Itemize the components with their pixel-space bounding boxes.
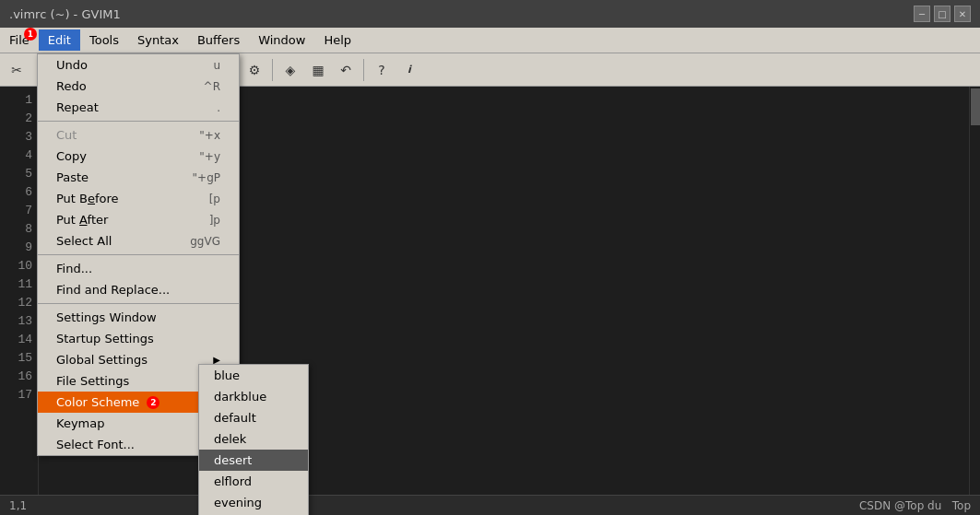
menu-tools[interactable]: Tools [80, 29, 128, 51]
menu-help[interactable]: Help [314, 29, 360, 51]
cut-button[interactable]: ✂ [4, 57, 30, 83]
menu-file[interactable]: File 1 [0, 29, 39, 51]
cs-darkblue[interactable]: darkblue [199, 386, 308, 407]
statusbar: 1,1 CSDN @Top du Top [0, 495, 980, 515]
menu-item-startup-settings[interactable]: Startup Settings [38, 328, 239, 349]
scrollbar-thumb[interactable] [971, 88, 980, 125]
menu-item-put-before[interactable]: Put Before [p [38, 188, 239, 209]
color-scheme-submenu: blue darkblue default delek desert elflo… [198, 364, 309, 515]
menubar: File 1 Edit Tools Syntax Buffers Window … [0, 28, 980, 53]
menu-item-paste[interactable]: Paste "+gP [38, 167, 239, 188]
menu-buffers[interactable]: Buffers [188, 29, 249, 51]
menu-item-find-replace[interactable]: Find and Replace... [38, 279, 239, 300]
help-toolbar-button[interactable]: ? [369, 57, 395, 83]
menu-item-cut[interactable]: Cut "+x [38, 124, 239, 146]
scrollbar[interactable] [969, 87, 980, 515]
menu-sep-1 [38, 121, 239, 122]
cs-delek[interactable]: delek [199, 428, 308, 450]
menu-item-settings-window[interactable]: Settings Window [38, 307, 239, 328]
undo-toolbar-button[interactable]: ↶ [333, 57, 359, 83]
menu-item-copy[interactable]: Copy "+y [38, 146, 239, 167]
menu-sep-3 [38, 303, 239, 304]
cs-blue[interactable]: blue [199, 365, 308, 386]
menu-item-put-after[interactable]: Put After ]p [38, 209, 239, 230]
cs-elflord[interactable]: elflord [199, 471, 308, 492]
menu-sep-2 [38, 254, 239, 255]
info-toolbar-button[interactable]: i [396, 57, 422, 83]
menu-syntax[interactable]: Syntax [128, 29, 188, 51]
menu-window[interactable]: Window [249, 29, 314, 51]
run-button[interactable]: ⚙ [242, 57, 267, 83]
color-button[interactable]: ◈ [277, 57, 303, 83]
menu-item-undo[interactable]: Undo u [38, 54, 239, 76]
maximize-button[interactable]: □ [934, 6, 950, 22]
color-scheme-badge: 2 [147, 396, 159, 409]
menu-item-repeat[interactable]: Repeat . [38, 97, 239, 118]
menu-item-redo[interactable]: Redo ^R [38, 76, 239, 97]
table-button[interactable]: ▦ [305, 57, 331, 83]
minimize-button[interactable]: ─ [914, 6, 930, 22]
cs-evening[interactable]: evening [199, 492, 308, 513]
toolbar-sep-4 [363, 59, 364, 81]
menu-edit[interactable]: Edit [39, 29, 80, 51]
menu-item-select-all[interactable]: Select All ggVG [38, 230, 239, 252]
menu-item-find[interactable]: Find... [38, 258, 239, 279]
titlebar: .vimrc (~) - GVIM1 ─ □ ✕ [0, 0, 980, 28]
status-position: 1,1 [9, 499, 27, 512]
titlebar-title: .vimrc (~) - GVIM1 [9, 7, 121, 21]
titlebar-controls: ─ □ ✕ [914, 6, 971, 22]
line-numbers: 1234567891011121314151617 [0, 87, 39, 515]
cs-desert[interactable]: desert [199, 450, 308, 471]
toolbar-sep-3 [272, 59, 273, 81]
status-info: CSDN @Top du Top [859, 499, 971, 512]
cs-default[interactable]: default [199, 407, 308, 428]
close-button[interactable]: ✕ [954, 6, 971, 22]
notification-badge: 1 [24, 28, 37, 41]
